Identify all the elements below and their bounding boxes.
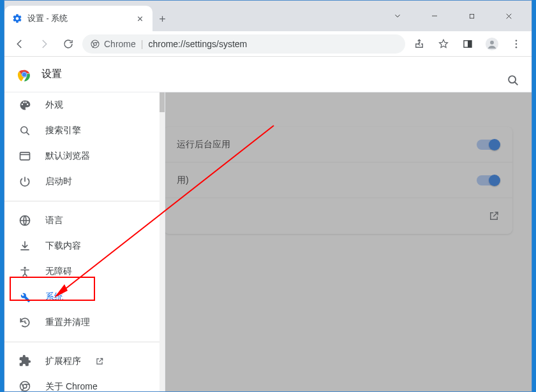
svg-point-12 xyxy=(22,72,26,76)
sidebar-item-label: 关于 Chrome xyxy=(45,381,98,391)
chrome-icon xyxy=(90,39,100,49)
back-button[interactable] xyxy=(10,34,30,54)
browser-tab[interactable]: 设置 - 系统 xyxy=(4,6,153,31)
download-icon xyxy=(19,240,31,252)
sidebar-divider xyxy=(4,201,160,201)
sidebar-item-default-browser[interactable]: 默认浏览器 xyxy=(4,143,160,169)
tab-title: 设置 - 系统 xyxy=(27,13,130,24)
svg-point-7 xyxy=(516,40,517,41)
close-button[interactable] xyxy=(495,6,523,25)
modal-overlay[interactable] xyxy=(164,57,532,391)
sidebar-item-label: 重置并清理 xyxy=(45,317,90,328)
sidebar-item-system[interactable]: 系统 xyxy=(4,284,160,310)
svg-point-13 xyxy=(509,76,516,83)
browser-icon xyxy=(19,150,31,163)
tab-close-icon[interactable] xyxy=(135,13,145,24)
sidebar-item-on-startup[interactable]: 启动时 xyxy=(4,169,160,194)
window-controls xyxy=(383,1,532,31)
power-icon xyxy=(19,175,31,188)
content-area: 设置 运行后台应用 用) xyxy=(4,57,532,391)
svg-point-14 xyxy=(21,127,27,133)
navigation-bar: Chrome | chrome://settings/system xyxy=(4,31,532,57)
sidebar-item-label: 扩展程序 xyxy=(45,356,81,367)
sidebar-divider xyxy=(4,342,160,342)
profile-avatar-icon[interactable] xyxy=(482,34,502,54)
settings-title: 设置 xyxy=(41,68,62,81)
svg-rect-4 xyxy=(468,40,472,47)
svg-point-17 xyxy=(24,267,26,269)
sidebar-item-about-chrome[interactable]: 关于 Chrome xyxy=(4,374,160,391)
chrome-outline-icon xyxy=(19,380,31,392)
svg-point-9 xyxy=(516,46,517,48)
bookmark-star-icon[interactable] xyxy=(433,34,454,54)
sidebar-item-languages[interactable]: 语言 xyxy=(4,208,160,233)
sidebar-item-search-engine[interactable]: 搜索引擎 xyxy=(4,118,160,143)
sidebar-scrollbar-thumb[interactable] xyxy=(160,92,165,112)
chevron-down-icon[interactable] xyxy=(383,6,412,25)
sidebar-scrollbar-track[interactable] xyxy=(160,92,165,391)
sidebar-item-label: 下载内容 xyxy=(45,240,81,252)
sidebar-item-downloads[interactable]: 下载内容 xyxy=(4,233,160,259)
new-tab-button[interactable] xyxy=(153,6,172,31)
titlebar: 设置 - 系统 xyxy=(4,1,532,31)
forward-button[interactable] xyxy=(34,34,54,54)
minimize-button[interactable] xyxy=(421,6,449,25)
sidebar-item-appearance[interactable]: 外观 xyxy=(4,92,160,118)
globe-icon xyxy=(19,214,31,227)
sidebar-item-label: 系统 xyxy=(45,291,63,303)
sidebar-item-label: 语言 xyxy=(45,215,63,226)
sidebar-item-label: 启动时 xyxy=(45,176,72,187)
open-external-icon xyxy=(95,357,104,366)
accessibility-icon xyxy=(19,265,31,278)
settings-favicon-icon xyxy=(12,13,22,24)
address-bar[interactable]: Chrome | chrome://settings/system xyxy=(82,34,405,54)
sidebar-item-accessibility[interactable]: 无障碍 xyxy=(4,259,160,284)
svg-rect-15 xyxy=(20,152,30,160)
sidebar-item-label: 无障碍 xyxy=(45,266,72,277)
kebab-menu-icon[interactable] xyxy=(506,34,526,54)
sidebar-item-label: 默认浏览器 xyxy=(45,150,90,162)
chrome-chip: Chrome xyxy=(90,39,136,49)
sidebar-item-label: 外观 xyxy=(45,99,63,111)
palette-icon xyxy=(19,99,31,112)
omnibox-url: chrome://settings/system xyxy=(148,39,398,49)
svg-point-8 xyxy=(516,43,517,45)
chrome-logo-icon xyxy=(17,68,31,82)
browser-window: 设置 - 系统 Chrome | chrome://settings/syst xyxy=(4,0,532,392)
svg-point-6 xyxy=(490,40,494,44)
svg-rect-0 xyxy=(470,14,473,18)
sidebar-item-extensions[interactable]: 扩展程序 xyxy=(4,349,160,374)
maximize-button[interactable] xyxy=(458,6,486,25)
side-panel-icon[interactable] xyxy=(458,34,478,54)
omnibox-separator: | xyxy=(141,39,144,49)
settings-header: 设置 xyxy=(4,57,532,92)
search-icon xyxy=(19,124,31,137)
extension-icon xyxy=(19,354,31,369)
share-icon[interactable] xyxy=(409,34,429,54)
omnibox-site-label: Chrome xyxy=(104,39,136,49)
sidebar-item-label: 搜索引擎 xyxy=(45,125,81,136)
sidebar-item-reset[interactable]: 重置并清理 xyxy=(4,310,160,335)
restore-icon xyxy=(19,316,31,329)
search-settings-icon[interactable] xyxy=(506,73,520,87)
settings-sidebar: 外观 搜索引擎 默认浏览器 启动时 语言 xyxy=(4,92,165,391)
wrench-icon xyxy=(19,291,31,303)
reload-button[interactable] xyxy=(58,34,78,54)
